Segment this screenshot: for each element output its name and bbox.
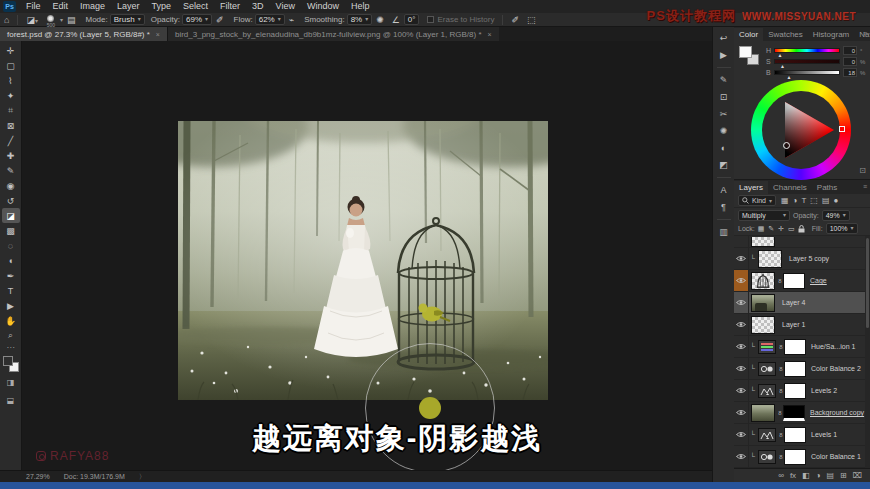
filter-type-icon[interactable]: ⬚ xyxy=(810,196,818,205)
lock-option-icon[interactable]: ▦ xyxy=(758,225,765,233)
tab-close-icon[interactable]: × xyxy=(156,31,160,38)
tool-screen-mode[interactable]: ⬓ xyxy=(2,393,20,408)
airbrush-icon[interactable]: ⌁ xyxy=(285,15,298,25)
tool-zoom[interactable]: ⌕ xyxy=(2,328,20,343)
filter-type-icon[interactable]: T xyxy=(801,196,806,205)
tab-paths[interactable]: Paths xyxy=(812,181,842,194)
tool-move[interactable]: ✛ xyxy=(2,43,20,58)
menu-image[interactable]: Image xyxy=(74,0,111,13)
visibility-toggle[interactable] xyxy=(734,248,749,269)
visibility-toggle[interactable] xyxy=(734,292,749,313)
delete-layer-icon[interactable]: ⌧ xyxy=(853,471,862,480)
panel-menu-icon[interactable]: ≡ xyxy=(863,30,867,37)
document-tab[interactable]: bird_3_png_stock_by_elenadudina_db9b1mz-… xyxy=(167,27,499,41)
pressure-size-icon[interactable]: ✐ xyxy=(507,15,523,25)
tool-lasso[interactable]: ⌇ xyxy=(2,73,20,88)
smoothing-select[interactable]: 8%▾ xyxy=(347,14,373,25)
new-adjustment-layer-icon[interactable]: ◑ xyxy=(816,471,821,480)
menu-window[interactable]: Window xyxy=(301,0,345,13)
menu-file[interactable]: File xyxy=(20,0,47,13)
foreground-background-colors[interactable] xyxy=(3,356,19,372)
tool-brush[interactable]: ✎ xyxy=(2,163,20,178)
slider-track-h[interactable]: ▲ xyxy=(774,48,840,53)
blend-mode-select[interactable]: Multiply▾ xyxy=(738,210,790,221)
color-marker[interactable] xyxy=(783,142,790,149)
layer-row[interactable]: └Layer 5 copy xyxy=(734,248,870,270)
menu-view[interactable]: View xyxy=(270,0,301,13)
menu-layer[interactable]: Layer xyxy=(111,0,146,13)
menu-select[interactable]: Select xyxy=(177,0,214,13)
layer-row[interactable]: Layer 1 xyxy=(734,314,870,336)
erase-to-history-checkbox[interactable] xyxy=(427,16,434,23)
tab-histogram[interactable]: Histogram xyxy=(808,28,854,41)
character-icon[interactable]: A xyxy=(715,183,733,197)
mode-select[interactable]: Brush▾ xyxy=(110,14,145,25)
tool-blur[interactable]: ◌ xyxy=(2,238,20,253)
slider-value[interactable]: 18 xyxy=(843,68,857,77)
tool-frame[interactable]: ⊠ xyxy=(2,118,20,133)
tool-history-brush[interactable]: ↺ xyxy=(2,193,20,208)
tool-rectangular-marquee[interactable]: ▢ xyxy=(2,58,20,73)
color-panel-corner-icon[interactable]: ⊡ xyxy=(859,166,866,175)
layer-effects-icon[interactable]: fx xyxy=(790,471,796,480)
styles-icon[interactable]: ◩ xyxy=(715,158,733,172)
symmetry-icon[interactable]: ⬚ xyxy=(523,15,540,25)
libraries-icon[interactable]: ▥ xyxy=(715,225,733,239)
link-layers-icon[interactable]: ∞ xyxy=(778,471,784,480)
tab-channels[interactable]: Channels xyxy=(768,181,812,194)
snapshot-icon[interactable]: ✂ xyxy=(715,107,733,121)
slider-value[interactable]: 0 xyxy=(843,57,857,66)
color-swatches[interactable] xyxy=(739,46,761,66)
tab-layers[interactable]: Layers xyxy=(734,181,768,194)
filter-type-icon[interactable]: ▦ xyxy=(781,196,789,205)
slider-marker[interactable]: ▲ xyxy=(778,53,783,57)
tool-magic-wand[interactable]: ✦ xyxy=(2,88,20,103)
lock-option-icon[interactable]: ✎ xyxy=(768,225,774,233)
visibility-toggle[interactable] xyxy=(734,446,749,467)
slider-track-s[interactable]: ▲ xyxy=(774,59,840,64)
menu-type[interactable]: Type xyxy=(146,0,178,13)
layer-row[interactable]: └8Hue/Sa...ion 1 xyxy=(734,336,870,358)
layer-row[interactable]: └8Color Balance 2 xyxy=(734,358,870,380)
tab-swatches[interactable]: Swatches xyxy=(763,28,808,41)
color-wheel[interactable] xyxy=(751,80,851,180)
tool-clone-stamp[interactable]: ◉ xyxy=(2,178,20,193)
paragraph-icon[interactable]: ¶ xyxy=(715,200,733,214)
new-group-icon[interactable]: ▤ xyxy=(827,471,835,480)
eraser-tool-icon[interactable]: ◪▾ xyxy=(22,15,42,25)
home-icon[interactable]: ⌂ xyxy=(0,15,13,25)
visibility-toggle[interactable] xyxy=(734,424,749,445)
layer-opacity-select[interactable]: 49%▾ xyxy=(822,210,850,221)
tool-eyedropper[interactable]: ╱ xyxy=(2,133,20,148)
menu-3d[interactable]: 3D xyxy=(246,0,270,13)
layer-filter-kind[interactable]: Kind▾ xyxy=(738,195,776,206)
visibility-toggle[interactable] xyxy=(734,236,749,247)
brush-settings-toggle-icon[interactable]: ▤ xyxy=(63,15,80,25)
tool-path-selection[interactable]: ▶ xyxy=(2,298,20,313)
pressure-opacity-icon[interactable]: ✐ xyxy=(212,15,228,25)
menu-help[interactable]: Help xyxy=(345,0,376,13)
tool-gradient[interactable]: ▩ xyxy=(2,223,20,238)
brush-preset-picker[interactable]: 500 xyxy=(42,15,60,27)
menu-filter[interactable]: Filter xyxy=(214,0,246,13)
tool-quick-mask[interactable]: ◨ xyxy=(2,375,20,390)
flow-select[interactable]: 62%▾ xyxy=(255,14,285,25)
smoothing-gear-icon[interactable]: ✺ xyxy=(372,15,388,25)
slider-track-b[interactable]: ▲ xyxy=(774,70,840,75)
slider-marker[interactable]: ▲ xyxy=(787,75,792,79)
layer-row[interactable]: └8Levels 2 xyxy=(734,380,870,402)
layer-row[interactable]: └8Color Balance 1 xyxy=(734,446,870,468)
tool-more-icon[interactable]: ⋯ xyxy=(7,343,15,353)
actions-icon[interactable]: ▶ xyxy=(715,48,733,62)
visibility-toggle[interactable] xyxy=(734,402,749,423)
menu-edit[interactable]: Edit xyxy=(47,0,75,13)
layers-menu-icon[interactable]: ≡ xyxy=(863,183,867,190)
document-tab[interactable]: forest.psd @ 27.3% (Layer 5, RGB/8#) *× xyxy=(0,27,167,41)
opacity-select[interactable]: 69%▾ xyxy=(182,14,212,25)
lock-option-icon[interactable]: ✛ xyxy=(778,225,784,233)
tool-crop[interactable]: ⌗ xyxy=(2,103,20,118)
filter-type-icon[interactable]: ◑ xyxy=(793,196,798,205)
history-icon[interactable]: ↩ xyxy=(715,31,733,45)
layer-row[interactable] xyxy=(734,236,870,248)
hue-marker[interactable] xyxy=(839,126,845,132)
